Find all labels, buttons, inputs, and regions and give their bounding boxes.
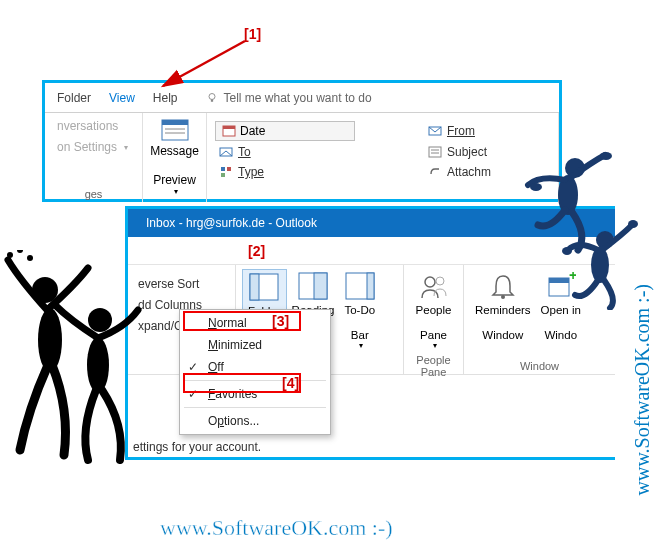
menu-separator (184, 407, 326, 408)
svg-point-23 (425, 277, 435, 287)
menu-separator (184, 380, 326, 381)
ribbon-group-messages: nversations on Settings▾ ges (45, 113, 143, 202)
ribbon-group-preview: MessagePreview▾ (143, 113, 207, 202)
arrange-type-button[interactable]: Type (215, 163, 410, 181)
todo-bar-button[interactable]: To-DoBar▾ (339, 269, 380, 356)
tab-folder[interactable]: Folder (57, 91, 91, 105)
svg-point-43 (591, 247, 609, 283)
reverse-sort-button[interactable]: everse Sort (134, 275, 229, 293)
callout-3: [3] (272, 313, 289, 329)
folder-pane-icon (249, 273, 279, 301)
callout-2: [2] (248, 243, 265, 259)
arrow-to-view-tab (155, 36, 250, 92)
svg-rect-22 (367, 273, 374, 299)
menu-item-normal[interactable]: Normal (180, 312, 330, 334)
check-icon: ✓ (188, 360, 198, 374)
ribbon-group-people: PeoplePane▾ People Pane (404, 265, 464, 374)
callout-4: [4] (282, 375, 299, 391)
bell-icon (488, 272, 518, 300)
watermark-side: www.SoftwareOK.com :-) (631, 284, 654, 495)
svg-point-32 (87, 337, 109, 393)
svg-point-41 (600, 152, 612, 160)
svg-point-35 (27, 255, 33, 261)
svg-rect-15 (227, 167, 231, 171)
arrange-from-button[interactable]: From (424, 121, 550, 141)
svg-rect-11 (429, 147, 441, 157)
outlook-ribbon-window-1: Folder View Help Tell me what you want t… (42, 80, 562, 202)
menu-item-off[interactable]: ✓Off (180, 356, 330, 378)
check-icon: ✓ (188, 387, 198, 401)
show-conversations-button[interactable]: nversations (53, 117, 134, 135)
group-label-window: Window (470, 360, 609, 372)
menu-item-minimized[interactable]: Minimized (180, 334, 330, 356)
svg-point-24 (436, 277, 444, 285)
date-icon (222, 125, 236, 137)
arrange-to-button[interactable]: To (215, 143, 410, 161)
account-settings-text: ettings for your account. (133, 440, 261, 454)
group-label-people: People Pane (410, 354, 457, 378)
svg-rect-18 (250, 274, 259, 300)
lightbulb-icon (206, 92, 218, 104)
decorative-dancing-figures (0, 250, 145, 480)
watermark-bottom: www.SoftwareOK.com :-) (160, 515, 393, 541)
tab-view[interactable]: View (109, 91, 135, 105)
menu-item-options[interactable]: Options... (180, 410, 330, 432)
subject-icon (428, 146, 442, 158)
folder-pane-dropdown: Normal Minimized ✓Off ✓Favorites Options… (179, 309, 331, 435)
message-preview-button[interactable]: MessagePreview▾ (151, 117, 198, 199)
svg-rect-14 (221, 167, 225, 171)
people-pane-button[interactable]: PeoplePane▾ (410, 269, 457, 354)
svg-point-25 (501, 295, 505, 299)
svg-point-40 (530, 183, 542, 191)
menu-item-favorites[interactable]: ✓Favorites (180, 383, 330, 405)
window-title: Inbox - hrg@surfok.de - Outlook (146, 216, 317, 230)
svg-point-1 (209, 93, 215, 99)
people-icon (419, 272, 449, 300)
svg-line-0 (163, 41, 245, 86)
svg-rect-2 (210, 99, 212, 101)
tell-me-search[interactable]: Tell me what you want to do (206, 91, 372, 105)
type-icon (219, 166, 233, 178)
svg-point-34 (17, 250, 23, 253)
tell-me-label: Tell me what you want to do (224, 91, 372, 105)
svg-rect-8 (223, 126, 235, 129)
tab-help[interactable]: Help (153, 91, 178, 105)
from-icon (428, 125, 442, 137)
arrange-date-button[interactable]: Date (215, 121, 355, 141)
svg-rect-16 (221, 173, 225, 177)
ribbon-tab-row: Folder View Help Tell me what you want t… (45, 83, 559, 113)
group-label-messages: ges (53, 186, 134, 200)
ribbon-group-arrangement: Date From To Subject Type Attachm (207, 113, 559, 202)
conversation-settings-button[interactable]: on Settings▾ (53, 138, 134, 156)
todo-bar-icon (345, 272, 375, 300)
svg-rect-4 (162, 120, 188, 125)
ribbon-row-1: nversations on Settings▾ ges MessagePrev… (45, 113, 559, 202)
svg-rect-20 (314, 273, 327, 299)
to-icon (219, 146, 233, 158)
svg-point-45 (628, 220, 638, 228)
attachment-icon (428, 166, 442, 178)
message-preview-icon (161, 119, 189, 141)
reading-pane-icon (298, 272, 328, 300)
svg-point-33 (7, 252, 13, 258)
svg-point-31 (88, 308, 112, 332)
svg-point-44 (562, 247, 572, 255)
